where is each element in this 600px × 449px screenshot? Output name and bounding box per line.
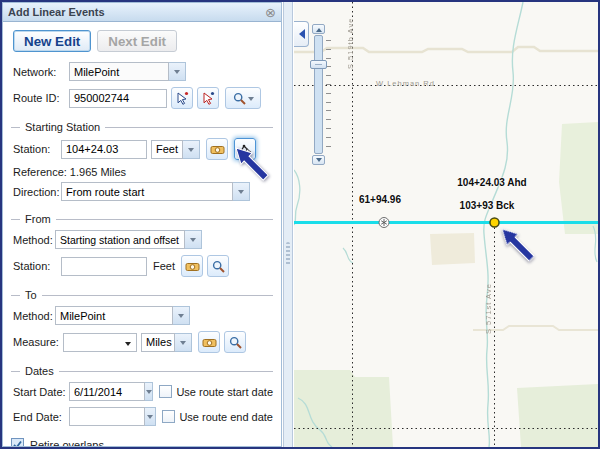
clear-route-selection-button[interactable] (197, 87, 219, 109)
calendar-dropdown-icon[interactable] (145, 382, 153, 401)
field-patch (430, 233, 475, 265)
pick-location-icon (238, 142, 252, 156)
direction-value: From route start (61, 182, 233, 201)
chevron-left-icon (294, 29, 305, 39)
measure-label: Measure: (13, 336, 63, 348)
dates-fieldset: Dates (11, 365, 273, 377)
station-label-back: 103+93 Bck (460, 200, 515, 211)
calendar-dropdown-icon[interactable] (145, 407, 156, 426)
next-edit-button[interactable]: Next Edit (97, 30, 177, 52)
select-route-on-map-button[interactable] (171, 87, 193, 109)
use-route-end-date-checkbox[interactable] (162, 410, 175, 423)
from-method-value: Starting station and offset (55, 230, 185, 249)
from-station-search-button[interactable] (207, 255, 229, 277)
chevron-down-icon[interactable] (173, 306, 190, 325)
search-icon (212, 260, 225, 273)
route-id-input[interactable] (69, 89, 167, 108)
chevron-down-icon[interactable] (169, 62, 186, 81)
add-linear-events-panel: Add Linear Events ⊗ New Edit Next Edit N… (2, 2, 282, 447)
route-id-label: Route ID: (13, 92, 69, 104)
chevron-down-icon[interactable] (183, 140, 200, 159)
check-icon (12, 439, 23, 447)
new-edit-button[interactable]: New Edit (13, 30, 91, 52)
network-combo[interactable]: MilePoint (69, 62, 186, 81)
route-search-dropdown-button[interactable] (225, 87, 261, 109)
greenbelt-patch (294, 370, 393, 447)
chevron-down-icon[interactable] (175, 333, 192, 352)
selected-point-marker[interactable] (490, 218, 499, 227)
starting-station-fieldset: Starting Station (11, 121, 273, 133)
station-marker[interactable] (379, 218, 389, 228)
station-unit-value: Feet (151, 140, 183, 159)
from-measure-station-button[interactable] (181, 255, 203, 277)
retire-overlaps-checkbox[interactable] (11, 438, 24, 447)
zoom-slider-track[interactable] (314, 35, 323, 154)
map-annotation-arrow (496, 223, 537, 264)
minor-road (294, 47, 600, 52)
app-window: { "panel": { "title": "Add Linear Events… (0, 0, 600, 449)
to-method-label: Method: (13, 310, 55, 322)
measure-search-button[interactable] (224, 331, 246, 353)
map-decorations (294, 2, 600, 447)
direction-combo[interactable]: From route start (61, 182, 250, 201)
from-station-label: Station: (13, 260, 61, 272)
station-label-ahead: 104+24.03 Ahd (457, 177, 526, 188)
measure-unit-combo[interactable]: Miles (141, 333, 192, 352)
splitter-grip-icon (286, 242, 290, 266)
retire-overlaps-label: Retire overlaps (30, 439, 104, 448)
road-label-lehman: W Lehman Rd (376, 79, 435, 88)
use-route-start-date-label: Use route start date (176, 386, 273, 398)
station-label-mid: 61+94.96 (359, 194, 401, 205)
to-method-value: MilePoint (55, 306, 173, 325)
from-station-input[interactable] (61, 257, 147, 276)
triangle-up-icon (316, 25, 322, 32)
network-label: Network: (13, 66, 69, 78)
use-route-start-date-checkbox[interactable] (159, 385, 172, 398)
station-label: Station: (13, 143, 61, 155)
measure-station-button[interactable] (206, 138, 228, 160)
station-unit-combo[interactable]: Feet (151, 140, 200, 159)
chevron-down-icon[interactable] (233, 182, 250, 201)
station-input[interactable] (61, 140, 147, 159)
to-method-combo[interactable]: MilePoint (55, 306, 190, 325)
pick-station-on-map-button[interactable] (234, 138, 256, 160)
zoom-slider-thumb[interactable] (310, 60, 327, 69)
close-icon[interactable]: ⊗ (265, 6, 276, 19)
from-station-unit: Feet (153, 260, 175, 272)
search-icon (233, 92, 246, 105)
dates-legend: Dates (20, 365, 59, 377)
station-gauge-icon (210, 143, 225, 155)
start-date-label: Start Date: (13, 386, 69, 398)
measure-tool-button[interactable] (198, 331, 220, 353)
reference-text: Reference: 1.965 Miles (13, 166, 126, 178)
use-route-end-date-label: Use route end date (179, 411, 273, 423)
zoom-slider-ticks (326, 40, 331, 152)
starting-station-legend: Starting Station (20, 121, 105, 133)
from-method-label: Method: (13, 234, 55, 246)
triangle-down-icon (316, 158, 322, 165)
from-legend: From (20, 213, 56, 225)
start-date-input[interactable] (69, 382, 145, 401)
slider-down-button[interactable] (312, 155, 325, 165)
route-pointer-clear-icon (201, 91, 215, 105)
end-date-label: End Date: (13, 411, 69, 423)
station-gauge-icon (185, 260, 200, 272)
road-label-519th: S 519th Ave (346, 5, 355, 69)
direction-label: Direction: (13, 186, 61, 198)
measure-select[interactable] (63, 333, 137, 352)
chevron-down-icon[interactable] (185, 230, 202, 249)
station-gauge-icon (202, 336, 217, 348)
slider-up-button[interactable] (312, 24, 325, 34)
panel-title: Add Linear Events (8, 6, 265, 18)
collapse-panel-button[interactable] (294, 21, 309, 47)
greenbelt-patch (559, 122, 600, 234)
from-method-combo[interactable]: Starting station and offset (55, 230, 202, 249)
panel-map-splitter[interactable] (283, 2, 293, 447)
end-date-input[interactable] (69, 407, 145, 426)
network-value: MilePoint (69, 62, 169, 81)
panel-titlebar: Add Linear Events ⊗ (3, 3, 281, 22)
route-pointer-icon (175, 91, 189, 105)
stream (343, 248, 353, 263)
greenbelt-patch (517, 384, 600, 447)
map-canvas[interactable]: W Lehman Rd S 519th Ave S 571st Ave 61+9… (294, 2, 600, 447)
